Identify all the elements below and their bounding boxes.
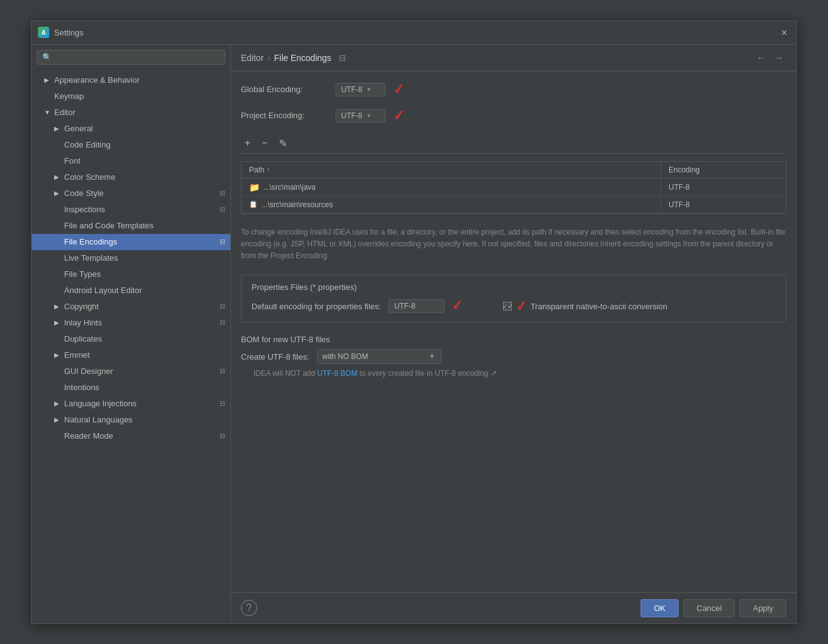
remove-button[interactable]: − [258, 136, 271, 151]
sidebar-item-natural-languages[interactable]: ▶ Natural Languages [32, 412, 230, 428]
search-box[interactable]: 🔍 [37, 50, 225, 65]
project-encoding-row: Project Encoding: UTF-8 ▼ ✓ [241, 108, 786, 124]
window-title: Settings [54, 28, 83, 37]
sidebar-item-file-types[interactable]: ▶ File Types [32, 266, 230, 282]
arrow-icon: ▶ [54, 416, 62, 423]
properties-checkmark: ✓ [451, 297, 463, 314]
table-header: Path ↑ Encoding [242, 162, 786, 179]
utf8-bom-link[interactable]: UTF-8 BOM [317, 369, 357, 378]
sidebar-item-label: Inlay Hints [64, 318, 217, 327]
sidebar: 🔍 ▶ Appearance & Behavior ▶ Keymap ▼ Edi… [32, 45, 231, 623]
encoding-value: UTF-8 [669, 183, 690, 192]
sidebar-item-gui-designer[interactable]: ▶ GUI Designer ⊟ [32, 363, 230, 380]
sidebar-item-copyright[interactable]: ▶ Copyright ⊟ [32, 299, 230, 315]
breadcrumb-current: File Encodings [274, 53, 331, 63]
cancel-button[interactable]: Cancel [684, 599, 735, 617]
sidebar-item-inlay-hints[interactable]: ▶ Inlay Hints ⊟ [32, 315, 230, 331]
pin-icon: ⊟ [339, 53, 346, 63]
sidebar-item-intentions[interactable]: ▶ Intentions [32, 380, 230, 396]
sidebar-item-label: Editor [54, 108, 225, 117]
properties-encoding-dropdown[interactable]: UTF-8 ✓ [388, 299, 445, 313]
project-encoding-label: Project Encoding: [241, 111, 328, 120]
properties-section: Properties Files (*.properties) Default … [241, 274, 786, 322]
global-encoding-checkmark: ✓ [392, 81, 405, 98]
sidebar-item-label: File Types [64, 269, 225, 279]
sidebar-item-emmet[interactable]: ▶ Emmet [32, 347, 230, 363]
properties-title: Properties Files (*.properties) [252, 282, 776, 292]
sidebar-item-label: Font [64, 156, 225, 166]
sidebar-item-label: Appearance & Behavior [54, 75, 225, 85]
sidebar-item-label: Color Scheme [64, 172, 225, 182]
sidebar-item-code-style[interactable]: ▶ Code Style ⊟ [32, 185, 230, 202]
sidebar-item-label: Copyright [64, 302, 217, 311]
right-panel: Editor › File Encodings ⊟ ← → Global Enc… [231, 45, 796, 623]
nav-arrows: ← → [754, 51, 786, 65]
folder-resources-icon: 📋 [249, 200, 258, 208]
bom-dropdown[interactable]: with NO BOM ▼ [317, 349, 441, 364]
info-text: To change encoding IntelliJ IDEA uses fo… [241, 222, 786, 268]
edit-button[interactable]: ✎ [275, 136, 291, 151]
main-content: 🔍 ▶ Appearance & Behavior ▶ Keymap ▼ Edi… [32, 45, 796, 623]
apply-button[interactable]: Apply [740, 599, 786, 617]
idea-note-suffix: to every created file in UTF-8 encoding … [357, 369, 496, 378]
global-encoding-value: UTF-8 [341, 85, 362, 94]
sidebar-item-label: Intentions [64, 383, 225, 392]
sidebar-item-label: Live Templates [64, 253, 225, 263]
sidebar-item-color-scheme[interactable]: ▶ Color Scheme [32, 169, 230, 185]
sidebar-item-duplicates[interactable]: ▶ Duplicates [32, 331, 230, 347]
app-icon: A [38, 27, 49, 38]
settings-icon: ⊟ [220, 319, 225, 327]
bom-section: BOM for new UTF-8 files Create UTF-8 fil… [241, 335, 786, 378]
sidebar-item-code-editing[interactable]: ▶ Code Editing [32, 137, 230, 153]
encoding-cell: UTF-8 [661, 197, 786, 213]
encoding-column-header[interactable]: Encoding [661, 162, 786, 178]
create-utf8-label: Create UTF-8 files: [241, 352, 309, 362]
sidebar-item-label: File Encodings [64, 237, 217, 246]
sidebar-item-keymap[interactable]: ▶ Keymap [32, 88, 230, 105]
checkbox-checkmark: ✓ [515, 297, 527, 314]
arrow-icon: ▶ [54, 319, 62, 326]
path-column-header[interactable]: Path ↑ [242, 162, 661, 178]
path-value: ...\src\main\resources [261, 200, 333, 209]
sidebar-item-label: Natural Languages [64, 415, 225, 424]
project-encoding-dropdown[interactable]: UTF-8 ▼ [336, 109, 385, 123]
sidebar-item-font[interactable]: ▶ Font [32, 153, 230, 169]
ok-button[interactable]: OK [641, 599, 679, 617]
sidebar-item-general[interactable]: ▶ General [32, 121, 230, 137]
settings-icon: ⊟ [220, 189, 225, 197]
transparent-label: Transparent native-to-ascii conversion [530, 302, 667, 311]
global-encoding-dropdown[interactable]: UTF-8 ▼ [336, 83, 385, 96]
transparent-checkbox-area[interactable]: ✓ ✓ Transparent native-to-ascii conversi… [503, 298, 667, 314]
search-icon: 🔍 [42, 53, 52, 62]
sidebar-item-file-encodings[interactable]: ▶ File Encodings ⊟ [32, 234, 230, 250]
sidebar-item-label: Code Style [64, 189, 217, 198]
sidebar-item-editor[interactable]: ▼ Editor [32, 105, 230, 121]
table-row[interactable]: 📁 ...\src\main\java UTF-8 [242, 179, 786, 197]
breadcrumb-separator: › [268, 53, 271, 63]
sidebar-item-label: File and Code Templates [64, 221, 225, 230]
default-encoding-label: Default encoding for properties files: [252, 302, 381, 311]
close-button[interactable]: × [781, 28, 790, 37]
sidebar-item-inspections[interactable]: ▶ Inspections ⊟ [32, 202, 230, 218]
bottom-bar: ? OK Cancel Apply [231, 592, 796, 623]
transparent-checkbox[interactable]: ✓ [503, 302, 512, 310]
project-encoding-value: UTF-8 [341, 111, 362, 120]
sidebar-item-appearance-behavior[interactable]: ▶ Appearance & Behavior [32, 72, 230, 88]
sidebar-item-language-injections[interactable]: ▶ Language Injections ⊟ [32, 396, 230, 412]
sidebar-item-file-code-templates[interactable]: ▶ File and Code Templates [32, 218, 230, 234]
help-button[interactable]: ? [241, 600, 257, 616]
sidebar-item-android-layout-editor[interactable]: ▶ Android Layout Editor [32, 282, 230, 299]
bom-row: Create UTF-8 files: with NO BOM ▼ [241, 349, 786, 364]
folder-java-icon: 📁 [249, 182, 260, 192]
sidebar-item-label: GUI Designer [64, 366, 217, 376]
back-button[interactable]: ← [754, 51, 769, 65]
idea-note: IDEA will NOT add UTF-8 BOM to every cre… [253, 369, 786, 378]
table-row[interactable]: 📋 ...\src\main\resources UTF-8 [242, 197, 786, 213]
sidebar-item-reader-mode[interactable]: ▶ Reader Mode ⊟ [32, 428, 230, 444]
forward-button[interactable]: → [771, 51, 786, 65]
settings-icon: ⊟ [220, 367, 225, 375]
search-input[interactable] [55, 53, 220, 62]
sidebar-item-label: General [64, 124, 225, 133]
add-button[interactable]: + [241, 136, 254, 151]
sidebar-item-live-templates[interactable]: ▶ Live Templates [32, 250, 230, 266]
